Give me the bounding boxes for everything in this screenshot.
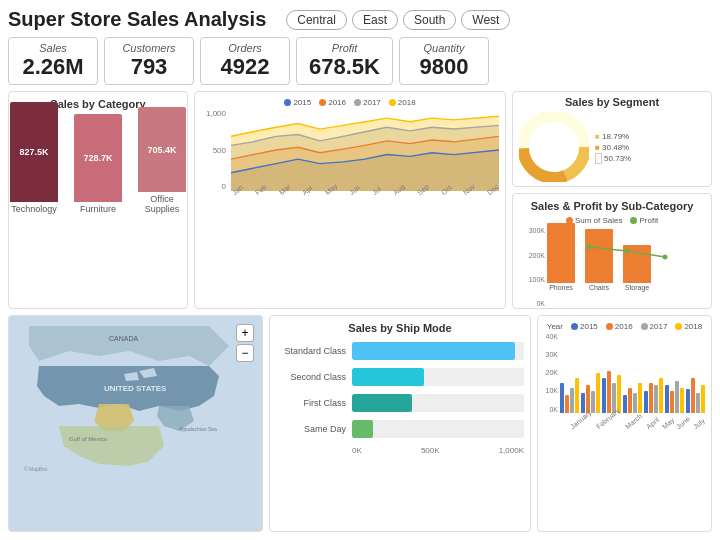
profit-legend: Year 2015 2016 2017 2018 [544, 322, 705, 331]
sub-chart-area: 300K 200K 100K 0K Phones Chairs [519, 227, 705, 307]
cat-bar-furniture: 728.7K Furniture [74, 114, 122, 214]
ship-x-axis: 0K 500K 1,000K [276, 446, 524, 455]
kpi-profit: Profit678.5K [296, 37, 393, 85]
sameday-bar [352, 420, 373, 438]
month-legend-2015: 2015 [284, 98, 311, 107]
ship-row-standard: Standard Class [276, 342, 524, 360]
sub-y-labels: 300K 200K 100K 0K [519, 227, 547, 307]
kpi-customers: Customers793 [104, 37, 194, 85]
month-legend-2016: 2016 [319, 98, 346, 107]
x-axis-labels: Jan Feb Mar Apr May Jun Jul Aug Sep Oct … [231, 191, 499, 209]
sub-category-card: Sales & Profit by Sub-Category Sum of Sa… [512, 193, 712, 308]
profit-group-mar [602, 371, 621, 413]
legend-2018: 2018 [675, 322, 702, 331]
svg-text:CANADA: CANADA [109, 335, 139, 342]
y-axis-labels: 1,000 500 0 [201, 109, 229, 191]
profit-group-apr [623, 383, 642, 413]
category-bars: 827.5K Technology 728.7K Furniture 705.4… [15, 114, 181, 214]
sub-bar-phones: Phones [547, 223, 575, 291]
sales-by-month-card: 2015201620172018 1,000 500 0 [194, 91, 506, 308]
legend-sales-label: Sum of Sales [575, 216, 623, 225]
area-svg-container [231, 109, 499, 191]
first-bar [352, 394, 412, 412]
phones-label: Phones [549, 284, 573, 291]
second-bar [352, 368, 424, 386]
sub-bars-area: Phones Chairs Storage [547, 227, 705, 307]
dot-2018 [675, 323, 682, 330]
header: Super Store Sales Analysis CentralEastSo… [8, 8, 712, 31]
region-btn-south[interactable]: South [403, 10, 456, 30]
dot-2015 [571, 323, 578, 330]
profit-line-svg [575, 227, 705, 291]
legend-2015: 2015 [571, 322, 598, 331]
profit-bars-area [560, 333, 705, 413]
profit-year-label: Year [547, 322, 563, 331]
ship-mode-card: Sales by Ship Mode Standard Class Second… [269, 315, 531, 532]
ship-row-sameday: Same Day [276, 420, 524, 438]
month-legend-2018: 2018 [389, 98, 416, 107]
right-top: Sales by Segment ■ 18.79% ■ 30.48 [512, 91, 712, 308]
profit-y: 40K 30K 20K 10K 0K [544, 333, 560, 413]
dot-2017 [641, 323, 648, 330]
svg-point-4 [587, 245, 592, 250]
kpi-quantity: Quantity9800 [399, 37, 489, 85]
standard-label: Standard Class [276, 346, 346, 356]
legend-profit-dot [630, 217, 637, 224]
ship-chart: Standard Class Second Class First Class [276, 338, 524, 455]
sales-by-segment-card: Sales by Segment ■ 18.79% ■ 30.48 [512, 91, 712, 187]
first-bar-bg [352, 394, 524, 412]
zoom-out-button[interactable]: − [236, 344, 254, 362]
profit-group-may [644, 378, 663, 413]
region-btn-west[interactable]: West [461, 10, 510, 30]
svg-text:Appalachian Sea: Appalachian Sea [179, 426, 217, 432]
donut-legend: ■ 18.79% ■ 30.48% ■ 50.73% [595, 132, 631, 163]
month-legend-2017: 2017 [354, 98, 381, 107]
zoom-in-button[interactable]: + [236, 324, 254, 342]
ship-row-first: First Class [276, 394, 524, 412]
profit-chart-wrapper: 40K 30K 20K 10K 0K [544, 333, 705, 423]
region-filters: CentralEastSouthWest [286, 10, 510, 30]
standard-bar-bg [352, 342, 524, 360]
donut-container: ■ 18.79% ■ 30.48% ■ 50.73% [519, 112, 705, 182]
kpi-row: Sales2.26MCustomers793Orders4922Profit67… [8, 37, 712, 85]
region-btn-central[interactable]: Central [286, 10, 347, 30]
svg-text:Gulf of Mexico: Gulf of Mexico [69, 436, 108, 442]
map-svg: CANADA UNITED STATES Gulf of Mexico Appa… [9, 316, 263, 481]
legend-2017: 2017 [641, 322, 668, 331]
svg-text:UNITED STATES: UNITED STATES [104, 384, 167, 393]
first-label: First Class [276, 398, 346, 408]
kpi-sales: Sales2.26M [8, 37, 98, 85]
profit-x-labels: January February March April May June Ju… [544, 425, 705, 432]
legend-profit: Profit [630, 216, 658, 225]
profit-group-feb [581, 373, 600, 413]
area-chart: 1,000 500 0 [201, 109, 499, 209]
sub-category-title: Sales & Profit by Sub-Category [519, 200, 705, 212]
region-btn-east[interactable]: East [352, 10, 398, 30]
second-bar-bg [352, 368, 524, 386]
ship-row-second: Second Class [276, 368, 524, 386]
donut-svg [519, 112, 589, 182]
sameday-label: Same Day [276, 424, 346, 434]
segment-title: Sales by Segment [519, 96, 705, 108]
profit-by-month-card: Year 2015 2016 2017 2018 40K 30K 20K 10K… [537, 315, 712, 532]
profit-group-jul [686, 378, 705, 413]
second-label: Second Class [276, 372, 346, 382]
profit-group-jan [560, 378, 579, 413]
sales-by-category-card: Sales by Category 827.5K Technology 728.… [8, 91, 188, 308]
profit-group-jun [665, 381, 684, 413]
map-card: CANADA UNITED STATES Gulf of Mexico Appa… [8, 315, 263, 532]
svg-text:© MapBox: © MapBox [24, 466, 48, 472]
dot-2016 [606, 323, 613, 330]
cat-bar-office-supplies: 705.4K Office Supplies [138, 107, 186, 214]
top-charts-row: Sales by Category 827.5K Technology 728.… [8, 91, 712, 308]
legend-2016: 2016 [606, 322, 633, 331]
area-svg [231, 109, 499, 191]
dashboard: Super Store Sales Analysis CentralEastSo… [0, 0, 720, 540]
month-legend: 2015201620172018 [201, 98, 499, 107]
phones-bar [547, 223, 575, 283]
sameday-bar-bg [352, 420, 524, 438]
svg-point-5 [625, 249, 630, 254]
kpi-orders: Orders4922 [200, 37, 290, 85]
svg-point-6 [663, 255, 668, 260]
legend-profit-label: Profit [639, 216, 658, 225]
